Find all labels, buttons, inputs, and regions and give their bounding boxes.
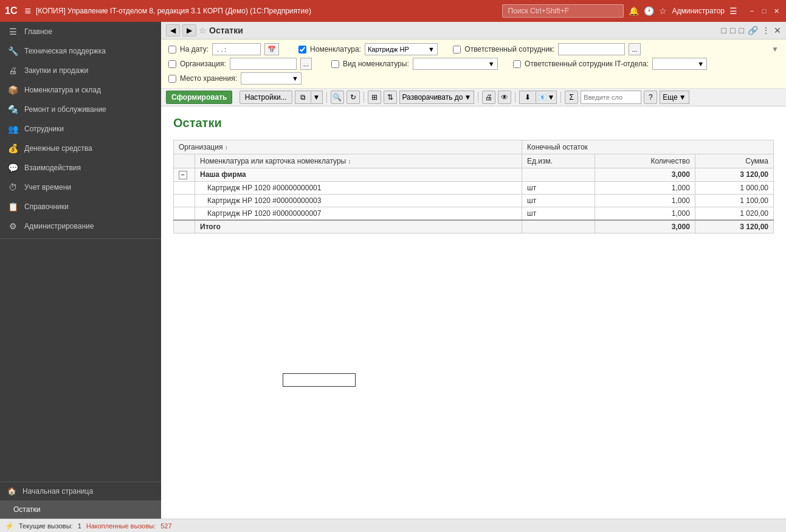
org-sort-icon[interactable]: ↕ (225, 144, 228, 151)
mesto-dropdown[interactable]: ▼ (241, 72, 302, 85)
notifications-icon[interactable]: 🔔 (629, 6, 639, 16)
group-name: Наша фирма (195, 168, 522, 182)
sidebar-nav-home-label: Начальная страница (22, 487, 93, 496)
report-title: Остатки (173, 116, 774, 130)
total-indent (174, 220, 195, 233)
refresh-btn[interactable]: ↻ (346, 91, 360, 104)
sidebar-item-interaction[interactable]: 💬 Взаимодействия (0, 158, 161, 178)
otv-it-checkbox[interactable] (513, 60, 521, 68)
sidebar-label-repair: Ремонт и обслуживание (24, 105, 106, 114)
item-qty-2: 1,000 (595, 194, 695, 207)
content-area: ◀ ▶ ☆ Остатки □ □ □ 🔗 ⋮ ✕ На дату: 📅 (161, 22, 786, 519)
close-button[interactable]: ✕ (771, 6, 781, 16)
sidebar-item-employees[interactable]: 👥 Сотрудники (0, 119, 161, 139)
filter-icon[interactable]: ▼ (771, 45, 779, 54)
sidebar-item-support[interactable]: 🔧 Техническая поддержка (0, 41, 161, 61)
sidebar-item-money[interactable]: 💰 Денежные средства (0, 139, 161, 158)
expand-dropdown[interactable]: Разворачивать до ▼ (399, 91, 475, 104)
nomenklatura-dropdown[interactable]: Картридж НР ▼ (365, 43, 438, 55)
tab-more-icon[interactable]: ⋮ (762, 26, 770, 35)
settings-button[interactable]: Настройки... (240, 91, 292, 104)
expand-button[interactable]: − (179, 171, 187, 179)
print-btn[interactable]: 🖨 (482, 91, 495, 104)
sidebar-nav-home[interactable]: 🏠 Начальная страница (0, 482, 161, 500)
na-datu-checkbox[interactable] (168, 46, 176, 54)
vid-nomenk-dropdown[interactable]: ▼ (413, 58, 498, 70)
filter-row-3: Место хранения: ▼ (168, 72, 779, 85)
text-cursor-box[interactable] (283, 373, 356, 387)
copy-btn[interactable]: ⧉ (295, 91, 311, 103)
vid-nomenk-checkbox[interactable] (331, 60, 339, 68)
tab-close-icon[interactable]: ✕ (774, 26, 781, 35)
table-row-total: Итого 3,000 3 120,00 (174, 220, 774, 233)
sidebar-item-admin[interactable]: ⚙ Администрирование (0, 216, 161, 236)
organizacia-checkbox[interactable] (168, 60, 176, 68)
search-text-input[interactable] (581, 91, 641, 104)
tab-window-icon[interactable]: □ (739, 26, 744, 35)
organizacia-select-btn[interactable]: ... (300, 58, 312, 70)
otv-sotrudnik-select-btn[interactable]: ... (629, 43, 640, 55)
help-btn[interactable]: ? (644, 91, 657, 104)
forward-button[interactable]: ▶ (182, 24, 196, 36)
nomenklatura-checkbox[interactable] (298, 46, 306, 54)
mesto-checkbox[interactable] (168, 75, 176, 83)
sidebar-item-nomenclature[interactable]: 📦 Номенклатура и склад (0, 80, 161, 100)
accumulated-value: 527 (160, 522, 171, 530)
history-icon[interactable]: 🕐 (644, 6, 654, 16)
sidebar-nav-ostatok[interactable]: Остатки (0, 500, 161, 519)
item-indent (174, 194, 195, 207)
group-by-btn[interactable]: ⊞ (368, 91, 381, 104)
otv-sotrudnik-input[interactable] (558, 43, 625, 55)
item-indent (174, 181, 195, 194)
sidebar-nav-ostatok-label: Остатки (13, 505, 41, 514)
tab-bar: ◀ ▶ ☆ Остатки □ □ □ 🔗 ⋮ ✕ (161, 22, 786, 40)
sidebar-item-time[interactable]: ⏱ Учет времени (0, 178, 161, 197)
export-dropdown-btn[interactable]: 📧▼ (536, 91, 556, 103)
form-button[interactable]: Сформировать (166, 91, 232, 104)
favorite-star[interactable]: ☆ (199, 26, 207, 35)
sidebar-item-purchases[interactable]: 🖨 Закупки и продажи (0, 61, 161, 80)
maximize-button[interactable]: □ (759, 6, 769, 16)
search-btn[interactable]: 🔍 (331, 91, 344, 104)
export-group: ⬇ 📧▼ (519, 91, 557, 104)
report-content[interactable]: Остатки Организация ↕ Конечный остаток (161, 106, 786, 519)
menu-icon[interactable]: ≡ (24, 5, 31, 18)
sidebar-item-main[interactable]: ☰ Главное (0, 22, 161, 41)
na-datu-calendar-btn[interactable]: 📅 (264, 43, 279, 55)
sidebar-item-references[interactable]: 📋 Справочники (0, 197, 161, 216)
preview-btn[interactable]: 👁 (498, 91, 511, 104)
export-btn[interactable]: ⬇ (520, 91, 536, 103)
options-icon[interactable]: ☰ (729, 6, 737, 16)
sum-btn[interactable]: Σ (565, 91, 578, 104)
tab-copy-icon[interactable]: □ (730, 26, 735, 35)
sidebar-item-repair[interactable]: 🔩 Ремонт и обслуживание (0, 100, 161, 119)
admin-icon: ⚙ (7, 221, 18, 231)
minimize-button[interactable]: − (747, 6, 757, 16)
otv-it-dropdown[interactable]: ▼ (652, 58, 707, 70)
purchases-icon: 🖨 (7, 66, 18, 75)
na-datu-date-input[interactable] (212, 43, 261, 55)
copy-dropdown-btn[interactable]: ▼ (311, 91, 322, 103)
otv-sotrudnik-checkbox[interactable] (453, 46, 461, 54)
organizacia-input[interactable] (230, 58, 297, 70)
global-search-input[interactable] (502, 4, 624, 18)
nomen-sort-icon[interactable]: ↕ (348, 158, 351, 165)
back-button[interactable]: ◀ (166, 24, 180, 36)
tab-link-icon[interactable]: 🔗 (748, 26, 758, 35)
table-row-group: − Наша фирма 3,000 3 120,00 (174, 168, 774, 182)
favorites-icon[interactable]: ☆ (659, 6, 667, 16)
col-organization[interactable]: Организация ↕ (174, 140, 522, 154)
sidebar-label-time: Учет времени (24, 183, 71, 192)
sort-btn[interactable]: ⇅ (384, 91, 397, 104)
col-nomenclature[interactable]: Номенклатура или карточка номенклатуры ↕ (195, 154, 522, 168)
more-label: Еще (663, 93, 677, 102)
expand-cell[interactable]: − (174, 168, 195, 182)
more-btn[interactable]: Еще ▼ (660, 91, 689, 104)
col-sum: Сумма (695, 154, 773, 168)
tab-save-icon[interactable]: □ (722, 26, 726, 35)
filter-area: На дату: 📅 Номенклатура: Картридж НР ▼ О… (161, 40, 786, 89)
table-row: Картридж НР 1020 #00000000001 шт 1,000 1… (174, 181, 774, 194)
col-ed-izm: Ед.изм. (522, 154, 595, 168)
col-konechny: Конечный остаток (522, 140, 774, 154)
report-inner: Остатки Организация ↕ Конечный остаток (161, 106, 786, 396)
